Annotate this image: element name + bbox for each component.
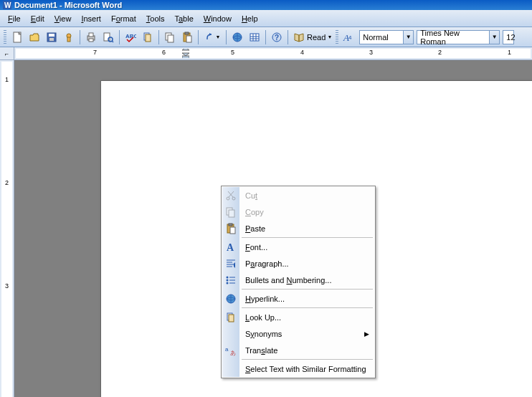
read-button[interactable]: Read <box>290 29 328 45</box>
context-paragraph[interactable]: Paragraph... <box>222 255 374 272</box>
menu-label: indow <box>211 14 232 23</box>
size-selector[interactable]: 12 <box>503 30 514 44</box>
indent-marker-icon[interactable] <box>182 49 189 58</box>
separator <box>198 30 199 44</box>
ruler-scale[interactable]: 7 6 5 4 3 2 1 <box>16 49 531 58</box>
research-button[interactable] <box>140 29 156 45</box>
style-selector[interactable]: Normal ▼ <box>359 30 414 44</box>
ruler-number: 3 <box>1 282 12 334</box>
context-label: Copy <box>239 208 374 216</box>
undo-button[interactable]: ▼ <box>201 29 223 45</box>
menu-view[interactable]: View <box>49 12 77 25</box>
separator <box>242 237 373 238</box>
svg-line-13 <box>112 41 113 42</box>
separator <box>242 289 373 290</box>
ruler-number: 5 <box>231 49 234 56</box>
menu-table[interactable]: Table <box>169 12 198 25</box>
font-selector[interactable]: Times New Roman ▼ <box>417 30 500 44</box>
svg-point-51 <box>227 282 229 284</box>
style-dropdown-arrow[interactable]: ▼ <box>404 30 414 44</box>
toolbar-grip[interactable] <box>4 30 6 44</box>
svg-text:ABC: ABC <box>125 33 136 39</box>
help-button[interactable]: ? <box>269 29 285 45</box>
context-select-similar[interactable]: Select Text with Similar Formatting <box>222 360 374 377</box>
paste-icon <box>222 223 239 234</box>
svg-rect-21 <box>186 36 191 42</box>
svg-point-49 <box>227 279 229 281</box>
context-hyperlink[interactable]: Hyperlink... <box>222 290 374 307</box>
menu-tools[interactable]: Tools <box>141 12 170 25</box>
context-translate[interactable]: aあ Translate <box>222 342 374 358</box>
ruler-number: 7 <box>93 49 97 56</box>
svg-text:あ: あ <box>230 350 236 356</box>
menu-help[interactable]: Help <box>237 12 263 25</box>
svg-rect-10 <box>89 39 93 42</box>
context-label: Synonyms <box>239 330 364 338</box>
menu-label: nsert <box>83 14 100 23</box>
menu-window[interactable]: Window <box>199 12 237 25</box>
menu-label: dit <box>36 14 44 23</box>
ruler-number: 6 <box>162 49 166 56</box>
menu-insert[interactable]: Insert <box>76 12 106 25</box>
vertical-ruler[interactable]: 1 2 3 <box>0 60 14 397</box>
svg-rect-7 <box>67 37 70 42</box>
menu-file[interactable]: File <box>3 12 26 25</box>
hyperlink-button[interactable] <box>229 29 245 45</box>
menu-label: ools <box>150 14 164 23</box>
ruler-spacer <box>1 231 12 282</box>
print-button[interactable] <box>83 29 99 45</box>
context-bullets[interactable]: Bullets and Numbering... <box>222 272 374 288</box>
context-label: Hyperlink... <box>239 295 374 303</box>
context-paste[interactable]: Paste <box>222 220 374 236</box>
font-value[interactable]: Times New Roman <box>417 30 490 44</box>
styles-button[interactable]: A4 <box>341 29 356 45</box>
menu-format[interactable]: Format <box>106 12 141 25</box>
svg-point-34 <box>232 197 235 200</box>
svg-point-47 <box>227 276 229 278</box>
ruler-number: 1 <box>1 76 12 128</box>
svg-text:?: ? <box>275 34 279 42</box>
svg-rect-4 <box>49 34 54 37</box>
separator <box>226 30 227 44</box>
ruler-number: 2 <box>438 49 442 56</box>
context-label: Look Up... <box>239 313 374 322</box>
horizontal-ruler[interactable]: ⌐ 7 6 5 4 3 2 1 <box>0 47 532 60</box>
tab-selector[interactable]: ⌐ <box>0 47 14 59</box>
context-label: Paragraph... <box>239 259 374 268</box>
copy-icon <box>222 206 239 218</box>
save-button[interactable] <box>44 29 60 45</box>
style-value[interactable]: Normal <box>359 30 404 44</box>
permission-button[interactable] <box>61 29 77 45</box>
size-value[interactable]: 12 <box>503 30 514 44</box>
separator <box>288 30 288 44</box>
open-button[interactable] <box>27 29 42 45</box>
tables-button[interactable] <box>247 29 262 45</box>
context-font[interactable]: A Font... <box>222 239 374 255</box>
paste-button[interactable] <box>179 29 195 45</box>
separator <box>80 30 80 44</box>
svg-point-33 <box>227 197 229 200</box>
ruler-number: 2 <box>1 179 12 231</box>
menu-label: ble <box>183 14 194 23</box>
paragraph-icon <box>222 258 239 269</box>
context-synonyms[interactable]: Synonyms ▶ <box>222 325 374 342</box>
context-lookup[interactable]: Look Up... <box>222 309 374 325</box>
title-bar: W Document1 - Microsoft Word <box>0 0 532 10</box>
ruler-number: 1 <box>508 49 511 56</box>
font-dropdown-arrow[interactable]: ▼ <box>490 30 500 44</box>
new-document-button[interactable] <box>9 29 25 45</box>
svg-rect-41 <box>230 227 235 234</box>
menu-bar: File Edit View Insert Format Tools Table… <box>0 10 532 27</box>
print-preview-button[interactable] <box>100 29 116 45</box>
separator <box>242 307 373 308</box>
menu-edit[interactable]: Edit <box>26 12 49 25</box>
svg-rect-23 <box>250 34 259 41</box>
menu-label: elp <box>247 14 258 23</box>
svg-rect-32 <box>182 56 189 58</box>
svg-rect-55 <box>229 315 234 322</box>
toolbar-options[interactable]: ▾ <box>328 30 331 44</box>
spelling-button[interactable]: ABC <box>123 29 138 45</box>
separator <box>158 30 159 44</box>
toolbar-grip[interactable] <box>336 30 338 44</box>
copy-button[interactable] <box>162 29 178 45</box>
